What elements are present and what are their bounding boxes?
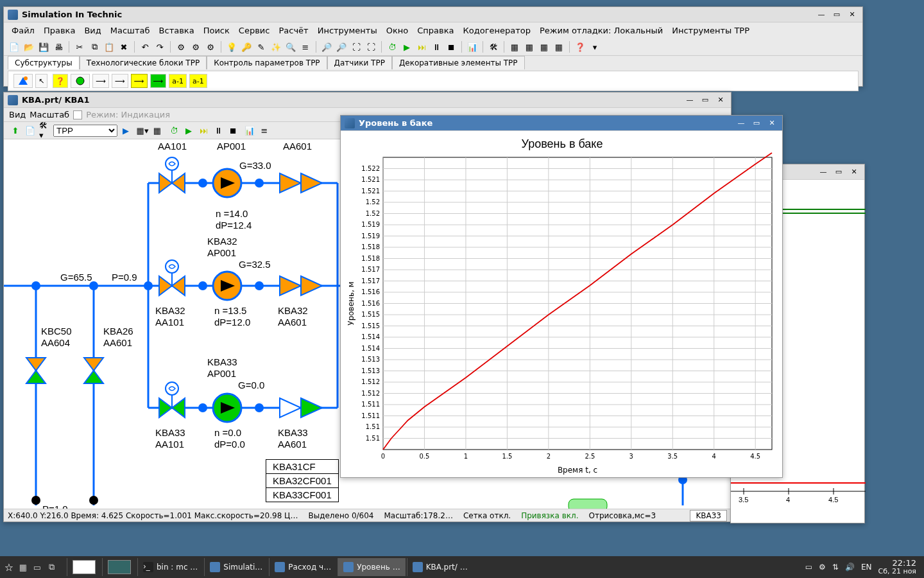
- kba-titlebar[interactable]: KBA.prt/ KBA1 — ▭ ✕: [4, 92, 731, 108]
- element5-icon[interactable]: ⟶: [150, 74, 167, 88]
- desktop-icon[interactable]: ⧉: [45, 561, 58, 574]
- tray-icon2[interactable]: ⚙: [819, 563, 826, 572]
- task-rashod[interactable]: Расход ч…: [269, 558, 336, 576]
- element2-icon[interactable]: ⟶: [92, 74, 109, 88]
- pencil-icon[interactable]: ✎: [255, 40, 268, 53]
- menu-tpp-tools[interactable]: Инструменты TPP: [668, 24, 753, 37]
- idea-icon[interactable]: 💡: [225, 40, 238, 53]
- up-arrow-icon[interactable]: ⬆: [9, 124, 22, 137]
- task-thumb-1[interactable]: [67, 558, 101, 576]
- menu-view[interactable]: Вид: [80, 24, 105, 37]
- tray-icon1[interactable]: ▭: [805, 563, 812, 572]
- help2-icon[interactable]: ❓: [53, 74, 68, 88]
- panel4-icon[interactable]: ▦: [552, 40, 565, 53]
- tb-icon2[interactable]: ▦: [151, 124, 164, 137]
- tab-param-control[interactable]: Контроль параметров TPP: [207, 56, 327, 69]
- new-icon[interactable]: 📄: [8, 40, 21, 53]
- pause2-icon[interactable]: ⏸: [212, 124, 225, 137]
- binoculars-icon[interactable]: 🔍: [284, 40, 297, 53]
- menu-help[interactable]: Справка: [413, 24, 458, 37]
- task-bin-mc[interactable]: ›_bin : mc …: [137, 558, 203, 576]
- redo-icon[interactable]: ↷: [153, 40, 166, 53]
- tool3-icon[interactable]: ⚙: [204, 40, 217, 53]
- menu-scale[interactable]: Масштаб: [107, 24, 154, 37]
- panel2-icon[interactable]: ▦: [523, 40, 536, 53]
- kba-menu-scale[interactable]: Масштаб: [30, 110, 69, 119]
- kba-maximize-button[interactable]: ▭: [699, 95, 712, 105]
- tab-tech-blocks[interactable]: Технологические блоки TPP: [80, 56, 207, 69]
- chart2-icon[interactable]: 📊: [243, 124, 256, 137]
- zoom-out-icon[interactable]: 🔎: [335, 40, 348, 53]
- kba-minimize-button[interactable]: —: [683, 95, 696, 105]
- undo-icon[interactable]: ↶: [139, 40, 151, 53]
- tool-icon[interactable]: ⚙: [175, 40, 187, 53]
- page-icon[interactable]: 📄: [24, 124, 37, 137]
- chart-titlebar[interactable]: Уровень в баке — ▭ ✕: [341, 116, 782, 131]
- bg-minimize-button[interactable]: —: [817, 167, 830, 177]
- panel1-icon[interactable]: ▦: [508, 40, 521, 53]
- list-icon[interactable]: ≡: [299, 40, 312, 53]
- tb-icon[interactable]: ▦▾: [136, 124, 149, 137]
- element-a1b-icon[interactable]: a-1: [189, 74, 207, 88]
- tool2-icon[interactable]: ⚙: [189, 40, 202, 53]
- task-kba[interactable]: KBA.prt/ …: [407, 558, 473, 576]
- chart-maximize-button[interactable]: ▭: [750, 118, 763, 128]
- task-uroven[interactable]: Уровень …: [338, 558, 405, 576]
- mode-checkbox[interactable]: [73, 110, 82, 119]
- menu-edit[interactable]: Правка: [40, 24, 79, 37]
- block1-icon[interactable]: [13, 74, 33, 88]
- chart-close-button[interactable]: ✕: [766, 118, 778, 128]
- panel3-icon[interactable]: ▦: [538, 40, 551, 53]
- save-icon[interactable]: 💾: [37, 40, 50, 53]
- play-blue-icon[interactable]: ▶: [119, 124, 132, 137]
- menu-service[interactable]: Сервис: [235, 24, 274, 37]
- minimize-button[interactable]: —: [815, 10, 828, 20]
- stop-icon[interactable]: ⏹: [445, 40, 458, 53]
- print-icon[interactable]: 🖶: [52, 40, 65, 53]
- element1-icon[interactable]: [71, 74, 90, 88]
- task-simulation[interactable]: Simulati…: [204, 558, 268, 576]
- element-a1-icon[interactable]: a-1: [169, 74, 187, 88]
- zoom-in-icon[interactable]: 🔎: [320, 40, 333, 53]
- menu-window[interactable]: Окно: [382, 24, 413, 37]
- windows-icon[interactable]: ▭: [31, 561, 44, 574]
- bg-maximize-button[interactable]: ▭: [832, 167, 845, 177]
- paste-icon[interactable]: 📋: [103, 40, 116, 53]
- step-icon[interactable]: ⏭: [415, 40, 428, 53]
- element3-icon[interactable]: ⟶: [112, 74, 128, 88]
- timer-icon[interactable]: ⏱: [386, 40, 398, 53]
- tray-volume-icon[interactable]: 🔊: [845, 563, 855, 572]
- timer2-icon[interactable]: ⏱: [167, 124, 180, 137]
- open-icon[interactable]: 📂: [22, 40, 35, 53]
- menu-search[interactable]: Поиск: [200, 24, 234, 37]
- element4-icon[interactable]: ⟶: [131, 74, 148, 88]
- menu-debug-mode[interactable]: Режим отладки: Локальный: [536, 24, 667, 37]
- play2-icon[interactable]: ▶: [182, 124, 195, 137]
- tools2-icon[interactable]: 🛠▾: [38, 124, 51, 137]
- chart-icon[interactable]: 📊: [466, 40, 479, 53]
- delete-icon[interactable]: ✖: [117, 40, 130, 53]
- start-icon[interactable]: ☆: [3, 561, 15, 574]
- tab-substructures[interactable]: Субструктуры: [8, 56, 80, 69]
- list2-icon[interactable]: ≡: [258, 124, 271, 137]
- menu-compute[interactable]: Расчёт: [275, 24, 312, 37]
- maximize-button[interactable]: ▭: [830, 10, 843, 20]
- step2-icon[interactable]: ⏭: [197, 124, 210, 137]
- cursor-icon[interactable]: ↖: [35, 74, 47, 88]
- cut-icon[interactable]: ✂: [73, 40, 86, 53]
- help-icon[interactable]: ❓: [574, 40, 586, 53]
- menu-tools[interactable]: Инструменты: [314, 24, 381, 37]
- dropdown-icon[interactable]: ▾: [588, 40, 601, 53]
- tab-sensors[interactable]: Датчики TPP: [327, 56, 392, 69]
- layer-select[interactable]: TPP: [53, 125, 117, 137]
- task-thumb-2[interactable]: [102, 558, 136, 576]
- menu-file[interactable]: Файл: [8, 24, 38, 37]
- chart-minimize-button[interactable]: —: [735, 118, 748, 128]
- bg-close-button[interactable]: ✕: [848, 167, 860, 177]
- menu-codegen[interactable]: Кодогенератор: [459, 24, 535, 37]
- grid-icon[interactable]: ▦: [17, 561, 30, 574]
- tray-lang[interactable]: EN: [861, 563, 872, 572]
- stop2-icon[interactable]: ⏹: [227, 124, 239, 137]
- kba-menu-view[interactable]: Вид: [9, 110, 26, 119]
- wand-icon[interactable]: ✨: [270, 40, 282, 53]
